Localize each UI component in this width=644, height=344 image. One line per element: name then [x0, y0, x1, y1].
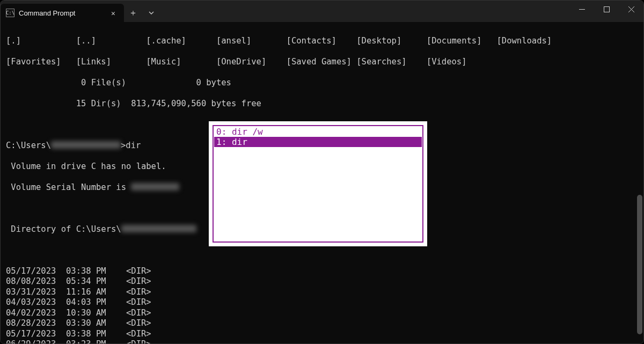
dir-wide-row-2: [Favorites] [Links] [Music] [OneDrive] […	[6, 57, 643, 68]
close-window-button[interactable]	[619, 1, 643, 18]
redacted-username	[121, 225, 196, 232]
svg-rect-1	[604, 6, 609, 12]
prompt-command: >dir	[121, 141, 141, 150]
dir-listing: 05/17/2023 03:38 PM <DIR> 08/08/2023 05:…	[6, 266, 643, 345]
command-history-list: 0: dir /w1: dir	[213, 125, 423, 243]
directory-of-prefix: Directory of C:\Users\	[6, 224, 121, 234]
dir-entry: 03/31/2023 11:16 AM <DIR>	[6, 287, 643, 298]
chevron-down-icon	[149, 11, 154, 14]
close-icon	[628, 6, 634, 12]
redacted-serial	[131, 183, 179, 191]
maximize-icon	[604, 6, 610, 12]
summary-files: 0 File(s) 0 bytes	[6, 78, 643, 89]
window-controls	[569, 1, 643, 22]
dir-entry: 08/08/2023 05:34 PM <DIR>	[6, 276, 643, 287]
history-item[interactable]: 0: dir /w	[214, 127, 422, 137]
redacted-username	[51, 141, 121, 149]
prompt-prefix: C:\Users\	[6, 141, 51, 150]
dir-entry: 05/17/2023 03:38 PM <DIR>	[6, 329, 643, 340]
cmd-icon: C:\	[6, 9, 14, 17]
summary-dirs: 15 Dir(s) 813,745,090,560 bytes free	[6, 99, 643, 109]
dir-wide-row-1: [.] [..] [.cache] [ansel] [Contacts] [De…	[6, 36, 643, 47]
tab-command-prompt[interactable]: C:\ Command Prompt ✕	[1, 4, 124, 22]
history-item[interactable]: 1: dir	[214, 137, 422, 147]
volume-serial-prefix: Volume Serial Number is	[6, 182, 131, 192]
tab-dropdown-button[interactable]	[142, 4, 160, 22]
dir-entry: 08/28/2023 03:30 AM <DIR>	[6, 318, 643, 329]
scrollbar-thumb[interactable]	[637, 195, 642, 334]
blank	[6, 245, 643, 256]
dir-entry: 04/02/2023 10:30 AM <DIR>	[6, 308, 643, 319]
titlebar: C:\ Command Prompt ✕ ＋	[1, 1, 643, 22]
scrollbar[interactable]	[637, 23, 642, 339]
dir-entry: 06/29/2023 03:23 PM <DIR>	[6, 339, 643, 344]
tab-strip: C:\ Command Prompt ✕ ＋	[1, 1, 160, 22]
maximize-button[interactable]	[594, 1, 619, 18]
close-tab-button[interactable]: ✕	[108, 8, 119, 18]
minimize-icon	[579, 6, 585, 12]
tab-title: Command Prompt	[19, 9, 75, 17]
dir-entry: 05/17/2023 03:38 PM <DIR>	[6, 266, 643, 277]
new-tab-button[interactable]: ＋	[124, 4, 142, 22]
command-history-popup[interactable]: 0: dir /w1: dir	[209, 121, 427, 246]
terminal-window: C:\ Command Prompt ✕ ＋ [.] [..] [.cach	[0, 0, 644, 344]
minimize-button[interactable]	[569, 1, 594, 18]
dir-entry: 04/03/2023 04:03 PM <DIR>	[6, 297, 643, 308]
